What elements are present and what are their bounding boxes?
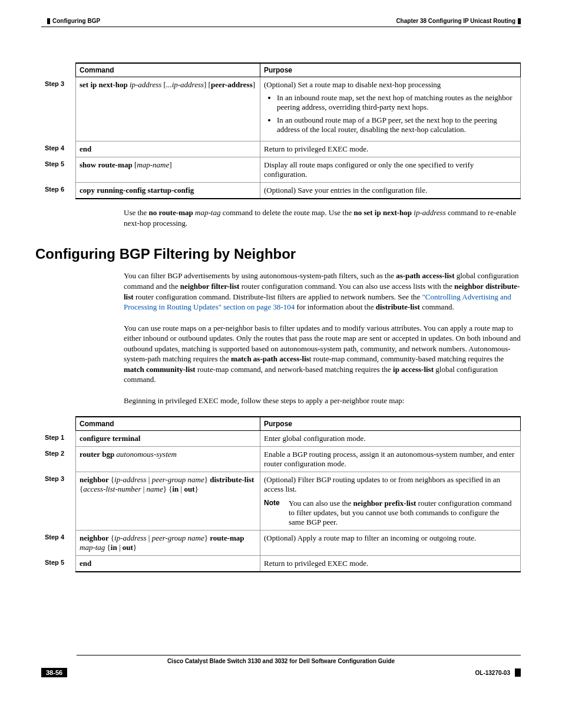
table-row: Step 4 end Return to privileged EXEC mod…	[41, 141, 521, 157]
step-label: Step 1	[41, 431, 76, 447]
th-command: Command	[76, 63, 260, 77]
note-label: Note	[264, 499, 289, 527]
purpose-cell: Return to privileged EXEC mode.	[260, 556, 521, 572]
table-row: Step 6 copy running-config startup-confi…	[41, 183, 521, 199]
step-label: Step 5	[41, 157, 76, 183]
purpose-cell: (Optional) Filter BGP routing updates to…	[260, 472, 521, 531]
body-paragraph: You can filter BGP advertisements by usi…	[124, 271, 521, 312]
step-label: Step 5	[41, 556, 76, 572]
command-cell: end	[76, 141, 260, 157]
table-row: Step 2 router bgp autonomous-system Enab…	[41, 447, 521, 472]
table-row: Step 5 show route-map [map-name] Display…	[41, 157, 521, 183]
command-cell: configure terminal	[76, 431, 260, 447]
command-table-2: Command Purpose Step 1 configure termina…	[41, 416, 521, 572]
table-row: Step 1 configure terminal Enter global c…	[41, 431, 521, 447]
step-label: Step 6	[41, 183, 76, 199]
purpose-cell: Return to privileged EXEC mode.	[260, 141, 521, 157]
purpose-cell: Display all route maps configured or onl…	[260, 157, 521, 183]
command-cell: end	[76, 556, 260, 572]
table-row: Step 3 set ip next-hop ip-address [...ip…	[41, 77, 521, 141]
body-paragraph: Beginning in privileged EXEC mode, follo…	[124, 396, 521, 406]
footer-title: Cisco Catalyst Blade Switch 3130 and 303…	[41, 658, 521, 664]
command-cell: copy running-config startup-config	[76, 183, 260, 199]
header-chapter: Chapter 38 Configuring IP Unicast Routin…	[396, 18, 515, 24]
command-table-1: Command Purpose Step 3 set ip next-hop i…	[41, 62, 521, 199]
command-cell: neighbor {ip-address | peer-group name} …	[76, 531, 260, 556]
page-number: 38-56	[41, 668, 67, 677]
th-command: Command	[76, 417, 260, 431]
list-item: In an outbound route map of a BGP peer, …	[277, 116, 517, 134]
footer-marker	[515, 668, 521, 677]
step-label: Step 4	[41, 531, 76, 556]
table-row: Step 4 neighbor {ip-address | peer-group…	[41, 531, 521, 556]
footer-rule	[77, 655, 521, 655]
page-footer: Cisco Catalyst Blade Switch 3130 and 303…	[41, 655, 521, 677]
step-label: Step 2	[41, 447, 76, 472]
table-row: Step 5 end Return to privileged EXEC mod…	[41, 556, 521, 572]
command-cell: set ip next-hop ip-address [...ip-addres…	[76, 77, 260, 141]
list-item: In an inbound route map, set the next ho…	[277, 93, 517, 112]
purpose-cell: Enter global configuration mode.	[260, 431, 521, 447]
step-label: Step 3	[41, 472, 76, 531]
purpose-cell: (Optional) Save your entries in the conf…	[260, 183, 521, 199]
th-purpose: Purpose	[260, 417, 521, 431]
step-label: Step 4	[41, 141, 76, 157]
table-row: Step 3 neighbor {ip-address | peer-group…	[41, 472, 521, 531]
body-paragraph: You can use route maps on a per-neighbor…	[124, 323, 521, 385]
header-marker-right	[518, 18, 521, 24]
command-cell: neighbor {ip-address | peer-group name} …	[76, 472, 260, 531]
command-cell: router bgp autonomous-system	[76, 447, 260, 472]
purpose-cell: (Optional) Apply a route map to filter a…	[260, 531, 521, 556]
note-body: You can also use the neighbor prefix-lis…	[289, 499, 517, 527]
header-section: Configuring BGP	[52, 18, 100, 24]
body-paragraph: Use the no route-map map-tag command to …	[124, 207, 521, 228]
command-cell: show route-map [map-name]	[76, 157, 260, 183]
th-purpose: Purpose	[260, 63, 521, 77]
section-heading: Configuring BGP Filtering by Neighbor	[35, 246, 521, 262]
purpose-cell: Enable a BGP routing process, assign it …	[260, 447, 521, 472]
purpose-cell: (Optional) Set a route map to disable ne…	[260, 77, 521, 141]
page-header: Configuring BGP Chapter 38 Configuring I…	[41, 18, 521, 24]
doc-id: OL-13270-03	[475, 670, 510, 676]
header-rule	[41, 27, 521, 27]
header-marker-left	[47, 18, 50, 24]
step-label: Step 3	[41, 77, 76, 141]
